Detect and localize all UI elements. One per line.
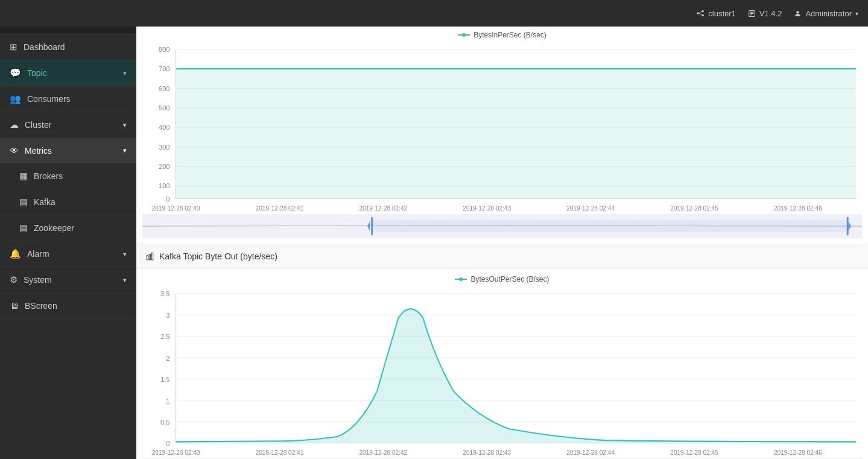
kafka-icon: ▤ [19, 197, 28, 207]
svg-text:2019-12-28 02:46: 2019-12-28 02:46 [774, 449, 822, 456]
version-info: V1.4.2 [748, 9, 782, 18]
cluster-selector[interactable]: cluster1 [696, 9, 736, 18]
byte-out-section: Kafka Topic Byte Out (byte/sec) BytesOut… [136, 244, 868, 459]
svg-point-2 [702, 10, 705, 13]
sidebar-item-label: Cluster [25, 120, 51, 130]
byte-out-svg-chart: 3.5 3 2.5 2 1.5 1 0.5 0 2019-12-28 02:40… [142, 287, 862, 456]
svg-text:2019-12-28 02:43: 2019-12-28 02:43 [463, 205, 511, 212]
svg-text:3: 3 [166, 311, 169, 318]
svg-text:2019-12-28 02:45: 2019-12-28 02:45 [670, 449, 718, 456]
consumers-icon: 👥 [10, 93, 21, 104]
sidebar-item-label: Alarm [27, 249, 49, 259]
svg-text:2019-12-28 02:44: 2019-12-28 02:44 [566, 205, 615, 212]
sidebar-item-bscreen[interactable]: 🖥 BScreen [0, 293, 136, 318]
sidebar-item-zookeeper[interactable]: ▤ Zookeeper [0, 215, 136, 241]
user-dropdown-arrow: ▾ [855, 10, 858, 17]
topic-icon: 💬 [10, 68, 21, 78]
svg-text:800: 800 [159, 46, 170, 53]
svg-point-3 [702, 14, 705, 17]
byte-out-legend: BytesOutPerSec (B/sec) [142, 275, 862, 283]
metrics-icon: 👁 [10, 145, 19, 156]
byte-out-chart-container: BytesOutPerSec (B/sec) 3.5 3 2.5 2 1.5 [136, 269, 868, 459]
username: Administrator [805, 9, 852, 18]
svg-text:1.5: 1.5 [160, 376, 169, 383]
byte-in-brush-chart[interactable] [142, 214, 862, 238]
sidebar-item-consumers[interactable]: 👥 Consumers [0, 86, 136, 112]
sidebar-item-topic[interactable]: 💬 Topic ▾ [0, 60, 136, 86]
sidebar-item-label: Consumers [27, 94, 71, 104]
top-header: cluster1 V1.4.2 Administrator ▾ [0, 0, 868, 27]
byte-in-legend: BytesInPerSec (B/sec) [142, 31, 862, 39]
sidebar-item-label: Metrics [25, 146, 52, 156]
version-label: V1.4.2 [759, 9, 782, 18]
legend-line-icon [458, 32, 470, 38]
chevron-down-icon: ▾ [123, 121, 127, 129]
svg-text:700: 700 [159, 65, 170, 72]
sidebar-item-label: System [24, 275, 52, 285]
sidebar-item-dashboard[interactable]: ⊞ Dashboard [0, 34, 136, 60]
chevron-down-icon: ▾ [123, 250, 127, 258]
cluster-icon: ☁ [10, 119, 19, 130]
cluster-nodes-icon [696, 9, 705, 17]
sidebar: Kafka Eagle ⊞ Dashboard 💬 Topic ▾ 👥 Cons… [0, 0, 136, 459]
svg-text:300: 300 [159, 143, 170, 150]
byte-out-title: Kafka Topic Byte Out (byte/sec) [159, 252, 277, 261]
dashboard-icon: ⊞ [10, 42, 17, 52]
cluster-name: cluster1 [708, 9, 736, 18]
svg-text:200: 200 [159, 163, 170, 170]
system-icon: ⚙ [10, 274, 17, 285]
svg-text:1: 1 [166, 397, 169, 404]
sidebar-item-system[interactable]: ⚙ System ▾ [0, 267, 136, 293]
svg-point-1 [697, 12, 699, 14]
header-items: cluster1 V1.4.2 Administrator ▾ [696, 9, 858, 18]
sidebar-item-label: BScreen [25, 301, 57, 311]
sidebar-item-metrics[interactable]: 👁 Metrics ▾ [0, 138, 136, 163]
alarm-icon: 🔔 [10, 248, 21, 259]
svg-line-4 [699, 11, 702, 13]
svg-text:2019-12-28 02:45: 2019-12-28 02:45 [670, 205, 718, 212]
sidebar-item-kafka[interactable]: ▤ Kafka [0, 189, 136, 215]
svg-text:2.5: 2.5 [160, 333, 169, 340]
zookeeper-icon: ▤ [19, 223, 28, 233]
legend-line-icon-2 [455, 276, 467, 282]
version-icon [748, 10, 756, 17]
svg-point-10 [797, 11, 799, 13]
svg-text:2019-12-28 02:42: 2019-12-28 02:42 [359, 205, 407, 212]
sidebar-item-label: Kafka [34, 197, 55, 207]
sidebar-item-label: Topic [27, 68, 47, 78]
byte-out-header: Kafka Topic Byte Out (byte/sec) [136, 244, 868, 269]
sidebar-item-alarm[interactable]: 🔔 Alarm ▾ [0, 241, 136, 267]
user-icon [794, 10, 802, 17]
svg-point-53 [459, 277, 463, 281]
byte-in-section: Kafka Topic Byte In (byte/sec) BytesInPe… [136, 0, 868, 244]
byte-out-legend-label: BytesOutPerSec (B/sec) [470, 275, 549, 283]
svg-text:2019-12-28 02:40: 2019-12-28 02:40 [152, 205, 200, 212]
svg-text:600: 600 [159, 84, 170, 92]
svg-text:2019-12-28 02:41: 2019-12-28 02:41 [256, 205, 304, 212]
sidebar-item-brokers[interactable]: ▦ Brokers [0, 163, 136, 189]
svg-text:2019-12-28 02:43: 2019-12-28 02:43 [463, 449, 511, 456]
svg-text:2019-12-28 02:46: 2019-12-28 02:46 [774, 205, 822, 212]
svg-text:2019-12-28 02:41: 2019-12-28 02:41 [256, 449, 304, 456]
svg-rect-50 [149, 255, 150, 260]
svg-text:400: 400 [159, 124, 170, 131]
bscreen-icon: 🖥 [10, 300, 19, 311]
sidebar-item-label: Brokers [34, 171, 63, 181]
svg-text:2: 2 [166, 354, 169, 361]
brokers-icon: ▦ [19, 171, 28, 182]
svg-point-15 [462, 33, 466, 37]
chevron-down-icon: ▾ [123, 69, 127, 77]
svg-rect-49 [147, 256, 148, 260]
user-menu[interactable]: Administrator ▾ [794, 9, 858, 18]
svg-text:2019-12-28 02:44: 2019-12-28 02:44 [566, 449, 615, 456]
svg-text:2019-12-28 02:42: 2019-12-28 02:42 [359, 449, 407, 456]
byte-in-legend-label: BytesInPerSec (B/sec) [474, 31, 546, 39]
svg-text:0: 0 [166, 439, 169, 446]
svg-text:500: 500 [159, 104, 170, 112]
sidebar-item-cluster[interactable]: ☁ Cluster ▾ [0, 112, 136, 138]
chevron-down-icon: ▾ [123, 147, 127, 154]
byte-in-chart-container: BytesInPerSec (B/sec) 800 700 600 500 [136, 25, 868, 244]
svg-rect-51 [151, 253, 153, 260]
svg-text:0.5: 0.5 [160, 419, 169, 426]
main-content: Kafka Topic Byte In (byte/sec) BytesInPe… [136, 0, 868, 459]
